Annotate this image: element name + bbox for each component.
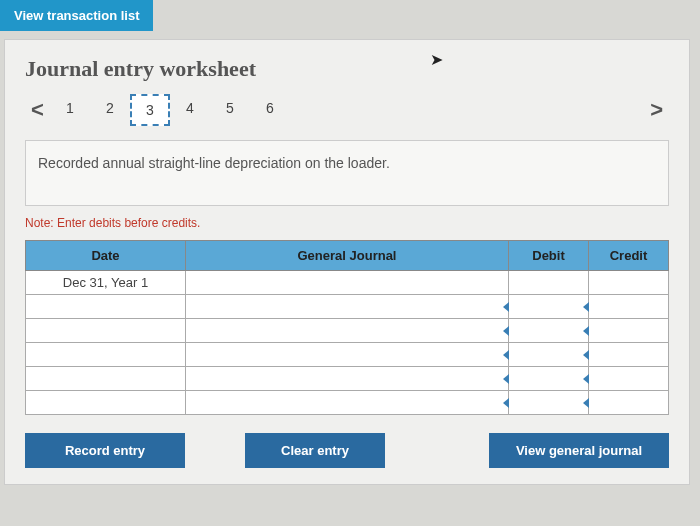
col-header-debit: Debit — [509, 241, 589, 271]
step-1[interactable]: 1 — [50, 94, 90, 126]
debit-cell[interactable] — [509, 343, 589, 367]
prev-chevron-icon[interactable]: < — [25, 97, 50, 123]
step-2[interactable]: 2 — [90, 94, 130, 126]
step-nav: < 123456 > — [25, 94, 669, 126]
table-row — [26, 391, 669, 415]
table-row — [26, 295, 669, 319]
table-row: Dec 31, Year 1 — [26, 271, 669, 295]
date-cell[interactable] — [26, 319, 186, 343]
table-row — [26, 367, 669, 391]
credit-cell[interactable] — [589, 343, 669, 367]
col-header-date: Date — [26, 241, 186, 271]
step-5[interactable]: 5 — [210, 94, 250, 126]
step-3[interactable]: 3 — [130, 94, 170, 126]
debit-cell[interactable] — [509, 271, 589, 295]
debits-before-credits-note: Note: Enter debits before credits. — [25, 216, 669, 230]
page-title: Journal entry worksheet — [25, 56, 669, 82]
col-header-credit: Credit — [589, 241, 669, 271]
credit-cell[interactable] — [589, 271, 669, 295]
worksheet-panel: Journal entry worksheet < 123456 > Recor… — [4, 39, 690, 485]
table-row — [26, 343, 669, 367]
credit-cell[interactable] — [589, 295, 669, 319]
table-row — [26, 319, 669, 343]
date-cell[interactable] — [26, 391, 186, 415]
credit-cell[interactable] — [589, 391, 669, 415]
col-header-general-journal: General Journal — [186, 241, 509, 271]
debit-cell[interactable] — [509, 319, 589, 343]
general-journal-cell[interactable] — [186, 319, 509, 343]
journal-entry-table: Date General Journal Debit Credit Dec 31… — [25, 240, 669, 415]
debit-cell[interactable] — [509, 391, 589, 415]
next-chevron-icon[interactable]: > — [644, 97, 669, 123]
record-entry-button[interactable]: Record entry — [25, 433, 185, 468]
credit-cell[interactable] — [589, 367, 669, 391]
clear-entry-button[interactable]: Clear entry — [245, 433, 385, 468]
credit-cell[interactable] — [589, 319, 669, 343]
view-transaction-list-tab[interactable]: View transaction list — [0, 0, 153, 31]
date-cell[interactable] — [26, 343, 186, 367]
step-4[interactable]: 4 — [170, 94, 210, 126]
general-journal-cell[interactable] — [186, 271, 509, 295]
debit-cell[interactable] — [509, 367, 589, 391]
step-6[interactable]: 6 — [250, 94, 290, 126]
view-general-journal-button[interactable]: View general journal — [489, 433, 669, 468]
general-journal-cell[interactable] — [186, 391, 509, 415]
transaction-description: Recorded annual straight-line depreciati… — [25, 140, 669, 206]
action-buttons: Record entry Clear entry View general jo… — [25, 433, 669, 468]
general-journal-cell[interactable] — [186, 343, 509, 367]
general-journal-cell[interactable] — [186, 367, 509, 391]
date-cell[interactable] — [26, 367, 186, 391]
general-journal-cell[interactable] — [186, 295, 509, 319]
date-cell[interactable] — [26, 295, 186, 319]
date-cell[interactable]: Dec 31, Year 1 — [26, 271, 186, 295]
debit-cell[interactable] — [509, 295, 589, 319]
